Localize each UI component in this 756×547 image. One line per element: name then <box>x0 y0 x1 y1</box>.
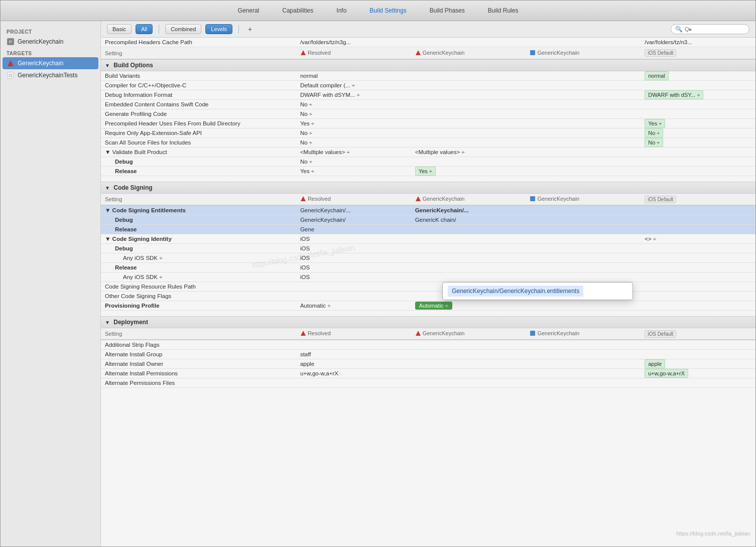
cs-col-gk2: GenericKeychain <box>526 194 641 206</box>
cs-gk2-icon: GenericKeychain <box>530 196 579 202</box>
svg-rect-9 <box>530 331 535 336</box>
install-permissions-row: Alternate Install Permissions u+w,go-w,a… <box>101 369 755 378</box>
identity-release-sdk-default <box>641 272 755 282</box>
identity-release-sdk-row: Any iOS SDK ÷ iOS <box>101 272 755 282</box>
target1-icon <box>7 59 15 67</box>
deployment-section: ▼ Deployment <box>101 317 755 328</box>
cs-ios-badge: iOS Default <box>645 196 676 203</box>
tab-build-rules[interactable]: Build Rules <box>477 5 530 17</box>
entitlements-gk2 <box>526 205 641 215</box>
all-button[interactable]: All <box>136 24 153 34</box>
identity-triangle: ▼ <box>105 236 110 242</box>
extension-api-gk2 <box>526 128 641 138</box>
entitlements-debug-gk2 <box>526 215 641 225</box>
identity-release-resolved: iOS <box>296 263 411 272</box>
dep-col-gk1: GenericKeychain <box>411 328 526 340</box>
basic-button[interactable]: Basic <box>107 24 132 34</box>
entitlements-release-label: Release <box>101 225 296 234</box>
svg-rect-3 <box>530 50 535 55</box>
identity-gk-range: <> ÷ <box>645 236 656 242</box>
ios-badge: iOS Default <box>645 49 676 57</box>
col-default-header: iOS Default <box>641 47 755 60</box>
install-permissions-default: u+w,go-w,a+rX <box>641 369 755 378</box>
resource-rules-default <box>641 282 755 292</box>
sidebar-item-target1[interactable]: GenericKeychain <box>3 57 98 69</box>
entitlements-release-default <box>641 225 755 234</box>
scan-sources-gk1 <box>411 138 526 148</box>
provisioning-row: Provisioning Profile Automatic ÷ Automat… <box>101 301 755 311</box>
dep-col-default: iOS Default <box>641 328 755 340</box>
build-options-section: ▼ Build Options <box>101 59 755 71</box>
dep-triangle: ▼ <box>105 320 110 325</box>
compiler-row: Compiler for C/C++/Objective-C Default c… <box>101 81 755 90</box>
other-flags-default <box>641 292 755 301</box>
build-variants-resolved: normal <box>296 71 411 81</box>
validate-release-gk1-val: Yes ÷ <box>415 167 436 176</box>
provisioning-default <box>641 301 755 311</box>
target1-name: GenericKeychain <box>18 60 63 67</box>
search-box[interactable]: 🔍 <box>671 24 749 34</box>
profiling-gk2 <box>526 109 641 119</box>
strip-flags-resolved <box>296 340 411 350</box>
dep-resolved-icon: Resolved <box>300 330 331 336</box>
entitlements-debug-gk1: GenericK chain/ <box>411 215 526 225</box>
validate-debug-gk2 <box>526 157 641 167</box>
precompiled-uses-label: Precompiled Header Uses Files From Build… <box>101 119 296 128</box>
entitlements-release-gk1 <box>411 225 526 234</box>
test-icon-shape: □ <box>7 72 14 79</box>
install-permissions-resolved: u+w,go-w,a+rX <box>296 369 411 378</box>
tab-capabilities[interactable]: Capabilities <box>271 5 324 17</box>
validate-default <box>641 148 755 157</box>
scan-sources-gk2 <box>526 138 641 148</box>
col-resolved-header: Resolved <box>296 47 411 60</box>
combined-button[interactable]: Combined <box>165 24 201 34</box>
tab-general[interactable]: General <box>227 5 271 17</box>
svg-marker-2 <box>416 50 421 55</box>
identity-release-sdk-gk2 <box>526 272 641 282</box>
target2-icon: □ <box>7 71 15 79</box>
entitlements-triangle: ▼ <box>105 207 110 213</box>
extension-api-default-val: No ÷ <box>645 128 663 138</box>
entitlements-release-row: Release Gene <box>101 225 755 234</box>
sidebar-item-project[interactable]: P GenericKeychain <box>1 36 100 48</box>
tab-info[interactable]: Info <box>325 5 357 17</box>
levels-button[interactable]: Levels <box>205 24 232 34</box>
extension-api-default: No ÷ <box>641 128 755 138</box>
alt-permissions-files-row: Alternate Permissions Files <box>101 378 755 388</box>
compiler-label: Compiler for C/C++/Objective-C <box>101 81 296 90</box>
entitlements-debug-resolved: GenericKeychain/ <box>296 215 411 225</box>
identity-release-gk1 <box>411 263 526 272</box>
alt-permissions-files-resolved <box>296 378 411 388</box>
gk1-header-icon: GenericKeychain <box>415 50 465 56</box>
install-owner-label: Alternate Install Owner <box>101 359 296 369</box>
sidebar-item-target2[interactable]: □ GenericKeychainTests <box>1 69 100 81</box>
tab-build-settings[interactable]: Build Settings <box>358 5 417 17</box>
entitlements-popup: GenericKeychain/GenericKeychain.entitlem… <box>442 282 633 300</box>
build-options-label: ▼ Build Options <box>101 59 755 71</box>
add-button[interactable]: + <box>245 24 255 34</box>
col-gk2-header: GenericKeychain <box>526 47 641 60</box>
svg-marker-7 <box>301 331 306 336</box>
other-flags-label: Other Code Signing Flags <box>101 292 296 301</box>
alt-permissions-files-gk2 <box>526 378 641 388</box>
precompiled-header-gk1 <box>411 38 526 47</box>
spacer2 <box>101 311 755 317</box>
identity-debug-sdk-gk2 <box>526 253 641 263</box>
extension-api-resolved: No ÷ <box>296 128 411 138</box>
search-input[interactable] <box>685 26 745 32</box>
dep-col-resolved: Resolved <box>296 328 411 340</box>
install-permissions-label: Alternate Install Permissions <box>101 369 296 378</box>
install-owner-default-val: apple <box>645 359 665 368</box>
install-group-gk2 <box>526 350 641 359</box>
strip-flags-gk2 <box>526 340 641 350</box>
xcode-window: General Capabilities Info Build Settings… <box>0 0 756 547</box>
entitlements-debug-default <box>641 215 755 225</box>
install-permissions-gk2 <box>526 369 641 378</box>
svg-marker-0 <box>8 60 14 66</box>
entitlements-row[interactable]: ▼ Code Signing Entitlements GenericKeych… <box>101 205 755 215</box>
precompiled-uses-gk2 <box>526 119 641 128</box>
other-flags-row: Other Code Signing Flags <box>101 292 755 301</box>
tab-build-phases[interactable]: Build Phases <box>419 5 476 17</box>
validate-release-resolved: Yes ÷ <box>296 167 411 176</box>
identity-debug-sdk-row: Any iOS SDK ÷ iOS <box>101 253 755 263</box>
